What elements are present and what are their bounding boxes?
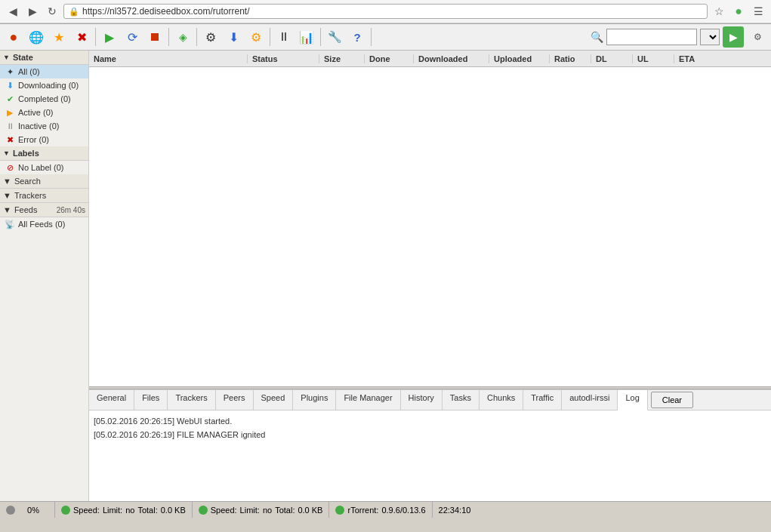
trackers-label: Trackers [14,191,46,200]
back-button[interactable]: ◀ [5,3,21,20]
help-button[interactable]: ? [347,26,368,48]
state-header[interactable]: ▼ State [0,51,88,65]
labels-label: Labels [13,149,39,158]
bottom-tabs-bar: General Files Trackers Peers Speed Plugi… [89,390,771,411]
status-download: Speed: Limit: no Total: 0.0 KB [55,502,193,518]
tab-tasks[interactable]: Tasks [443,390,480,410]
torrent-list-header: Name Status Size Done Downloaded Uploade… [89,51,771,67]
settings-button[interactable]: ⚙ [245,26,267,48]
toolbar-sep-2 [168,28,169,46]
col-downloaded-header[interactable]: Downloaded [414,54,489,63]
error-icon: ✖ [5,134,15,145]
bookmark-torrent-button[interactable]: ★ [48,26,69,48]
log-entry-2: [05.02.2016 20:26:19] FILE MANAGER ignit… [94,429,766,442]
col-ul-header[interactable]: UL [633,54,674,63]
tab-autodl[interactable]: autodl-irssi [562,390,618,410]
toolbar-sep-4 [270,28,270,46]
tab-plugins[interactable]: Plugins [293,390,336,410]
rss-button[interactable]: ◈ [172,26,193,48]
sidebar-item-all[interactable]: ✦ All (0) [0,65,88,78]
hdd-icon [6,506,15,515]
col-status-header[interactable]: Status [248,54,319,63]
sidebar-item-no-label[interactable]: ⊘ No Label (0) [0,161,88,174]
log-entry-1: [05.02.2016 20:26:15] WebUI started. [94,415,766,429]
hdd-percent: 0% [18,506,48,515]
torrent-list-body [89,67,771,386]
pause-all-button[interactable]: ⏸ [273,26,295,48]
completed-icon: ✔ [5,94,15,104]
add-torrent-button[interactable]: ● [3,26,24,48]
remove-button[interactable]: ✖ [71,26,92,48]
extra-settings-button[interactable]: ⚙ [747,26,768,48]
browser-chrome: ◀ ▶ ↻ 🔒 https://nl3572.dediseedbox.com/r… [0,0,771,24]
col-uploaded-header[interactable]: Uploaded [489,54,550,63]
start-all-button[interactable]: ▶ [723,26,744,48]
sidebar-item-all-feeds[interactable]: 📡 All Feeds (0) [0,217,88,231]
stop-button[interactable]: ⏹ [144,26,165,48]
sidebar-item-completed[interactable]: ✔ Completed (0) [0,92,88,106]
tab-traffic[interactable]: Traffic [523,390,562,410]
torrent-settings-button[interactable]: ⚙ [200,26,221,48]
start-button[interactable]: ▶ [99,26,120,48]
dl-total-value: 0.0 KB [161,506,186,515]
labels-header[interactable]: ▼ Labels [0,146,88,161]
browser-ext-button[interactable]: ● [730,3,747,20]
sidebar-item-downloading[interactable]: ⬇ Downloading (0) [0,78,88,92]
tab-files[interactable]: Files [134,390,168,410]
col-dl-header[interactable]: DL [591,54,633,63]
sidebar-search[interactable]: ▼ Search [0,174,88,189]
browser-nav: ◀ ▶ ↻ 🔒 https://nl3572.dediseedbox.com/r… [0,0,771,23]
all-icon: ✦ [5,66,15,77]
feeds-header[interactable]: ▼ Feeds 26m 40s [0,203,88,217]
stats-button[interactable]: 📊 [296,26,317,48]
toolbar: ● 🌐 ★ ✖ ▶ ⟳ ⏹ ◈ ⚙ ⬇ ⚙ ⏸ 📊 🔧 ? 🔍 ▶ ⚙ [0,24,771,51]
feeds-header-left: ▼ Feeds [3,205,37,214]
dl-limit-value: no [125,506,134,515]
log-content: [05.02.2016 20:26:15] WebUI started. [05… [89,411,771,501]
browser-menu-button[interactable]: ☰ [750,3,766,20]
bookmark-button[interactable]: ☆ [711,3,727,20]
col-size-header[interactable]: Size [319,54,365,63]
filter-select[interactable] [700,29,720,45]
search-input[interactable] [606,29,697,45]
toolbar-sep-3 [196,28,197,46]
search-label: Search [14,177,41,186]
clear-button[interactable]: Clear [651,392,693,408]
download-button[interactable]: ⬇ [223,26,244,48]
sidebar-item-active[interactable]: ▶ Active (0) [0,106,88,119]
feeds-arrow: ▼ [3,205,11,214]
add-url-button[interactable]: 🌐 [26,26,47,48]
col-done-header[interactable]: Done [365,54,414,63]
feeds-timer: 26m 40s [57,206,85,214]
main-layout: ▼ State ✦ All (0) ⬇ Downloading (0) ✔ Co… [0,51,771,501]
no-label-icon: ⊘ [5,162,15,173]
downloading-label: Downloading (0) [18,81,79,90]
forward-button[interactable]: ▶ [24,3,41,20]
downloading-icon: ⬇ [5,80,15,91]
tab-general[interactable]: General [89,390,134,410]
tab-trackers[interactable]: Trackers [168,390,215,410]
tab-file-manager[interactable]: File Manager [336,390,400,410]
toolbar-sep-5 [320,28,321,46]
rtorrent-version: 0.9.6/0.13.6 [381,506,425,515]
tab-chunks[interactable]: Chunks [480,390,523,410]
tab-peers[interactable]: Peers [216,390,254,410]
sidebar-item-inactive[interactable]: ⏸ Inactive (0) [0,119,88,133]
col-name-header[interactable]: Name [89,54,248,63]
sidebar-trackers[interactable]: ▼ Trackers [0,189,88,203]
dl-total-label: Total: [137,506,157,515]
tools-button[interactable]: 🔧 [324,26,345,48]
col-ratio-header[interactable]: Ratio [550,54,591,63]
col-eta-header[interactable]: ETA [674,54,771,63]
refresh-button[interactable]: ↻ [44,3,60,20]
address-bar[interactable]: 🔒 https://nl3572.dediseedbox.com/rutorre… [63,4,708,19]
ul-speed-label: Speed: [211,506,237,515]
toolbar-sep-6 [371,28,372,46]
tab-history[interactable]: History [401,390,443,410]
pause-resume-button[interactable]: ⟳ [122,26,143,48]
tab-speed[interactable]: Speed [254,390,294,410]
sidebar-item-error[interactable]: ✖ Error (0) [0,133,88,146]
rtorrent-status-icon [335,506,344,515]
tab-log[interactable]: Log [618,390,647,411]
lock-icon: 🔒 [69,7,79,17]
